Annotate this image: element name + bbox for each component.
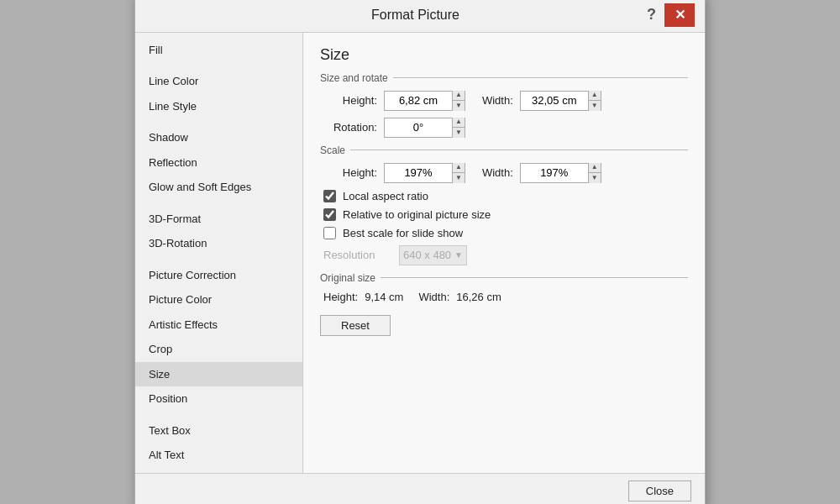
local-aspect-checkbox[interactable] <box>323 190 336 202</box>
sidebar: Fill Line Color Line Style Shadow Reflec… <box>135 33 303 473</box>
width-spin-btns: ▲ ▼ <box>588 91 601 111</box>
height-spin-btns: ▲ ▼ <box>452 91 465 111</box>
height-label: Height: <box>320 94 377 107</box>
rotation-increment-btn[interactable]: ▲ <box>453 118 465 128</box>
scale-height-increment-btn[interactable]: ▲ <box>453 163 465 173</box>
local-aspect-row: Local aspect ratio <box>323 190 688 202</box>
original-height-value: 9,14 cm <box>365 291 403 303</box>
height-increment-btn[interactable]: ▲ <box>453 91 465 101</box>
size-rotate-group-label: Size and rotate <box>320 72 688 84</box>
resolution-dropdown[interactable]: 640 x 480 ▼ <box>399 245 467 265</box>
resolution-label: Resolution <box>323 249 391 261</box>
scale-height-row: Height: ▲ ▼ Width: ▲ ▼ <box>320 163 688 183</box>
height-spinner[interactable]: ▲ ▼ <box>384 91 465 111</box>
sidebar-item-alt-text[interactable]: Alt Text <box>135 443 302 468</box>
original-size-group-label: Original size <box>320 272 688 284</box>
sidebar-item-size[interactable]: Size <box>135 362 302 387</box>
scale-width-spinner[interactable]: ▲ ▼ <box>520 163 601 183</box>
sidebar-item-line-style[interactable]: Line Style <box>135 94 302 119</box>
best-scale-row: Best scale for slide show <box>323 227 688 239</box>
dialog-body: Fill Line Color Line Style Shadow Reflec… <box>135 33 705 473</box>
sidebar-divider-3 <box>135 200 302 207</box>
width-input[interactable] <box>521 92 588 110</box>
close-footer-button[interactable]: Close <box>628 480 691 501</box>
format-picture-dialog: Format Picture ? ✕ Fill Line Color Line … <box>134 0 706 504</box>
rotation-input[interactable] <box>385 118 452 137</box>
scale-height-decrement-btn[interactable]: ▼ <box>453 172 465 183</box>
width-increment-btn[interactable]: ▲ <box>589 91 601 101</box>
scale-width-input[interactable] <box>521 164 588 182</box>
sidebar-item-line-color[interactable]: Line Color <box>135 69 302 94</box>
sidebar-item-shadow[interactable]: Shadow <box>135 125 302 150</box>
rotation-label: Rotation: <box>320 121 377 134</box>
dialog-title: Format Picture <box>187 8 643 23</box>
close-icon: ✕ <box>675 7 685 23</box>
sidebar-item-position[interactable]: Position <box>135 386 302 412</box>
scale-group-label: Scale <box>320 144 688 156</box>
sidebar-divider-4 <box>135 256 302 263</box>
sidebar-item-3d-format[interactable]: 3D-Format <box>135 207 302 232</box>
resolution-value: 640 x 480 <box>403 249 451 261</box>
titlebar: Format Picture ? ✕ <box>135 0 705 33</box>
resolution-row: Resolution 640 x 480 ▼ <box>323 245 688 265</box>
width-label: Width: <box>482 94 513 107</box>
dialog-footer: Close <box>135 473 705 505</box>
original-height-label: Height: <box>323 291 358 303</box>
help-button[interactable]: ? <box>643 6 659 24</box>
rotation-spin-btns: ▲ ▼ <box>452 118 465 138</box>
sidebar-item-picture-correction[interactable]: Picture Correction <box>135 263 302 288</box>
sidebar-item-glow-soft-edges[interactable]: Glow and Soft Edges <box>135 175 302 200</box>
reset-button[interactable]: Reset <box>320 315 391 336</box>
relative-checkbox[interactable] <box>323 208 336 221</box>
sidebar-item-picture-color[interactable]: Picture Color <box>135 287 302 312</box>
best-scale-checkbox[interactable] <box>323 227 336 239</box>
height-row: Height: ▲ ▼ Width: ▲ ▼ <box>320 91 688 111</box>
scale-height-spinner[interactable]: ▲ ▼ <box>384 163 465 183</box>
sidebar-item-text-box[interactable]: Text Box <box>135 418 302 444</box>
sidebar-item-fill[interactable]: Fill <box>135 38 302 63</box>
sidebar-item-reflection[interactable]: Reflection <box>135 150 302 176</box>
width-spinner[interactable]: ▲ ▼ <box>520 91 601 111</box>
section-title: Size <box>320 46 688 64</box>
sidebar-divider-5 <box>135 412 302 418</box>
close-button[interactable]: ✕ <box>664 3 695 27</box>
sidebar-divider-2 <box>135 118 302 125</box>
relative-label[interactable]: Relative to original picture size <box>343 208 491 221</box>
sidebar-item-crop[interactable]: Crop <box>135 337 302 362</box>
height-input[interactable] <box>385 92 452 110</box>
scale-width-increment-btn[interactable]: ▲ <box>589 163 601 173</box>
scale-height-input[interactable] <box>385 164 452 182</box>
width-decrement-btn[interactable]: ▼ <box>589 100 601 111</box>
best-scale-label[interactable]: Best scale for slide show <box>343 227 463 239</box>
sidebar-item-artistic-effects[interactable]: Artistic Effects <box>135 312 302 338</box>
rotation-decrement-btn[interactable]: ▼ <box>453 127 465 138</box>
chevron-down-icon: ▼ <box>454 250 463 260</box>
scale-width-label: Width: <box>482 166 513 179</box>
scale-height-spin-btns: ▲ ▼ <box>452 163 465 183</box>
original-size-values: Height: 9,14 cm Width: 16,26 cm <box>320 291 688 303</box>
titlebar-actions: ? ✕ <box>643 3 695 27</box>
relative-row: Relative to original picture size <box>323 208 688 221</box>
scale-width-decrement-btn[interactable]: ▼ <box>589 172 601 183</box>
content-area: Size Size and rotate Height: ▲ ▼ Width: … <box>303 33 705 473</box>
scale-height-label: Height: <box>320 166 377 179</box>
rotation-spinner[interactable]: ▲ ▼ <box>384 118 465 138</box>
local-aspect-label[interactable]: Local aspect ratio <box>343 190 428 202</box>
sidebar-divider-1 <box>135 62 302 69</box>
original-width-value: 16,26 cm <box>456 291 501 303</box>
scale-width-spin-btns: ▲ ▼ <box>588 163 601 183</box>
original-width-label: Width: <box>418 291 449 303</box>
sidebar-item-3d-rotation[interactable]: 3D-Rotation <box>135 231 302 256</box>
height-decrement-btn[interactable]: ▼ <box>453 100 465 111</box>
rotation-row: Rotation: ▲ ▼ <box>320 118 688 138</box>
